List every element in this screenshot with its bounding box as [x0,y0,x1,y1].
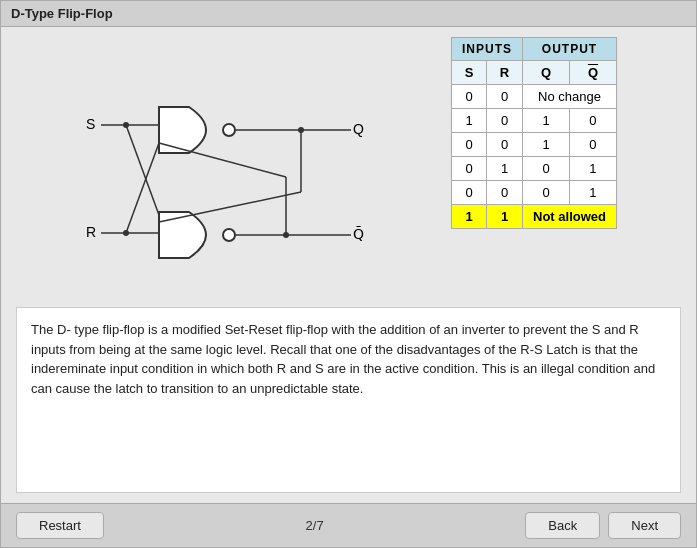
table-row: 0 1 0 1 [452,157,617,181]
next-button[interactable]: Next [608,512,681,539]
svg-line-4 [126,125,159,215]
output-header: OUTPUT [523,38,617,61]
footer: Restart 2/7 Back Next [1,503,696,547]
svg-text:S: S [86,116,95,132]
svg-point-8 [223,124,235,136]
svg-point-19 [283,232,289,238]
svg-text:Q: Q [353,121,364,137]
truth-table: INPUTS OUTPUT S R Q Q 0 0 [451,37,617,229]
table-row: 1 0 1 0 [452,109,617,133]
main-window: D-Type Flip-Flop S R [0,0,697,548]
table-row: 0 0 0 1 [452,181,617,205]
svg-line-5 [126,143,159,233]
svg-point-9 [223,229,235,241]
table-row: 0 0 1 0 [452,133,617,157]
col-qbar: Q [569,61,616,85]
svg-point-16 [298,127,304,133]
table-row: 0 0 No change [452,85,617,109]
title-bar: D-Type Flip-Flop [1,1,696,27]
truth-table-area: INPUTS OUTPUT S R Q Q 0 0 [451,37,681,297]
main-section: S R [16,37,681,297]
diagram-area: S R [16,37,436,297]
svg-point-7 [123,230,129,236]
page-indicator: 2/7 [306,518,324,533]
col-q: Q [523,61,570,85]
svg-text:R: R [86,224,96,240]
table-row-not-allowed: 1 1 Not allowed [452,205,617,229]
col-s: S [452,61,487,85]
back-button[interactable]: Back [525,512,600,539]
description-text: The D- type flip-flop is a modified Set-… [31,320,666,398]
qbar-label: Q [588,65,598,80]
description-area: The D- type flip-flop is a modified Set-… [16,307,681,493]
svg-text:Q̄: Q̄ [353,226,364,242]
svg-line-15 [159,192,301,222]
content-area: S R [1,27,696,503]
inputs-header: INPUTS [452,38,523,61]
svg-point-6 [123,122,129,128]
svg-line-18 [159,143,286,177]
window-title: D-Type Flip-Flop [11,6,113,21]
col-r: R [487,61,523,85]
restart-button[interactable]: Restart [16,512,104,539]
